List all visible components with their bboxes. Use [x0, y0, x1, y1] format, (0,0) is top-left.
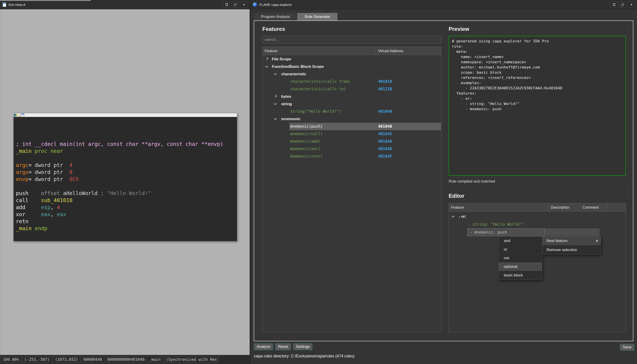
menu-item-basic-block[interactable]: basic block: [499, 271, 542, 280]
float-button[interactable]: [232, 2, 239, 8]
virtual-address[interactable]: 40104D: [378, 145, 392, 153]
column-header-virtual-address[interactable]: Virtual Address: [376, 47, 441, 55]
maximize-button[interactable]: [610, 2, 617, 8]
feature-label: mnemonic(xor): [290, 145, 320, 153]
edit-icon[interactable]: [18, 114, 21, 116]
save-button[interactable]: Save: [620, 344, 634, 350]
code-token: push: [16, 190, 28, 196]
feature-label: mnemonic(push): [290, 123, 323, 130]
code-line[interactable]: ; int __cdecl main(int argc, const char …: [16, 140, 237, 148]
feature-tree-row[interactable]: mnemonic(push)401040: [263, 123, 441, 130]
features-tree: File ScopeFunction/Basic Block Scopechar…: [263, 55, 441, 160]
feature-label: characteristic(calls to): [290, 85, 346, 93]
virtual-address[interactable]: 40121B: [378, 85, 392, 93]
column-header-comment[interactable]: Comment: [580, 204, 607, 211]
code-line[interactable]: [16, 155, 237, 162]
tab-rule-generator[interactable]: Rule Generator: [297, 13, 337, 20]
menu-item-not[interactable]: not: [499, 254, 542, 262]
feature-tree-row[interactable]: characteristic: [263, 70, 441, 78]
code-line[interactable]: argv= dword ptr 8: [16, 169, 237, 176]
editor-row[interactable]: - or:: [449, 212, 626, 220]
feature-tree-row[interactable]: File Scope: [263, 55, 441, 63]
code-line[interactable]: _main endp: [16, 225, 237, 232]
virtual-address[interactable]: 40104F: [378, 153, 392, 160]
float-button[interactable]: [619, 2, 626, 8]
feature-tree-row[interactable]: Function/Basic Block Scope: [263, 63, 441, 70]
search-input[interactable]: [262, 36, 441, 44]
feature-tree-row[interactable]: mnemonic(xor)40104D: [263, 145, 441, 153]
column-header-description[interactable]: Description: [549, 204, 580, 211]
feature-tree-row[interactable]: mnemonic: [263, 115, 441, 123]
menu-item-or[interactable]: or: [499, 245, 542, 254]
code-token: eax: [41, 211, 51, 217]
palette-icon[interactable]: [14, 114, 17, 116]
code-token: ; "Hello World!": [101, 190, 151, 196]
feature-tree-row[interactable]: mnemonic(add)40104A: [263, 138, 441, 145]
chevron-down-icon[interactable]: [265, 65, 268, 68]
code-token: dword ptr: [35, 162, 69, 168]
code-token: ,: [50, 211, 57, 217]
editor-row[interactable]: - string: "Hello World!": [449, 220, 626, 228]
features-table: Feature Virtual Address File ScopeFuncti…: [262, 47, 441, 332]
rule-preview-editor[interactable]: # generated using capa explorer for IDA …: [449, 36, 626, 176]
ida-status-bar: 100.00%(-253,-507)(1073,652)000004400000…: [0, 355, 250, 364]
code-line[interactable]: argc= dword ptr 4: [16, 162, 237, 169]
feature-tree-row[interactable]: string("Hello World!")401040: [263, 108, 441, 115]
column-header-feature[interactable]: Feature: [449, 204, 549, 211]
virtual-address[interactable]: 401045: [378, 130, 392, 138]
code-token: add: [16, 204, 26, 210]
code-token: [26, 204, 41, 210]
column-header-feature[interactable]: Feature: [263, 47, 376, 55]
chevron-down-icon[interactable]: [274, 117, 277, 120]
close-button[interactable]: X: [240, 2, 247, 8]
code-token: _main: [16, 148, 32, 154]
views-icon[interactable]: [21, 114, 24, 116]
code-line[interactable]: add esp, 4: [16, 204, 237, 211]
capa-titlebar[interactable]: FLARE capa explorer X: [251, 0, 637, 9]
code-line[interactable]: _main proc near: [16, 148, 237, 155]
disassembly-listing[interactable]: ; int __cdecl main(int argc, const char …: [14, 117, 237, 241]
close-icon: X: [243, 3, 245, 6]
virtual-address[interactable]: 401040: [378, 108, 392, 115]
close-button[interactable]: X: [628, 2, 635, 8]
virtual-address[interactable]: 401040: [378, 123, 392, 130]
menu-item-and[interactable]: and: [499, 236, 542, 245]
code-token: dword ptr: [35, 169, 69, 175]
chevron-right-icon[interactable]: [274, 94, 277, 98]
chevron-down-icon[interactable]: [274, 72, 277, 75]
tab-program-analysis[interactable]: Program Analysis: [254, 13, 297, 20]
ida-titlebar[interactable]: IDA View-A X: [0, 0, 250, 9]
code-token: [28, 197, 41, 203]
settings-button[interactable]: Settings: [293, 343, 312, 350]
code-line[interactable]: push offset aHelloWorld ; "Hello World!": [16, 190, 237, 197]
code-token: offset: [41, 190, 63, 196]
ida-window-controls: X: [223, 2, 247, 8]
maximize-button[interactable]: [223, 2, 230, 8]
chevron-right-icon[interactable]: [265, 57, 268, 60]
feature-tree-row[interactable]: mnemonic(retn)40104F: [263, 153, 441, 160]
feature-group-label: File Scope: [272, 55, 291, 63]
virtual-address[interactable]: 40104A: [378, 138, 392, 145]
editor-row[interactable]: - mnemonic: push: [449, 228, 626, 236]
virtual-address[interactable]: 401010: [378, 78, 392, 85]
menu-item-remove-selection[interactable]: Remove selection: [543, 246, 601, 254]
rule-status-text: Rule compiled and matched: [449, 179, 495, 184]
feature-tree-row[interactable]: characteristic(calls to)40121B: [263, 85, 441, 93]
menu-item-nest-feature[interactable]: Nest feature: [543, 236, 601, 246]
code-line[interactable]: call sub_401010: [16, 197, 237, 204]
feature-tree-row[interactable]: mnemonic(call)401045: [263, 130, 441, 138]
menu-item-optional[interactable]: optional: [499, 262, 542, 271]
feature-tree-row[interactable]: bytes: [263, 93, 441, 100]
code-line[interactable]: [16, 183, 237, 190]
code-line[interactable]: xor eax, eax: [16, 211, 237, 218]
feature-tree-row[interactable]: characteristic(calls from)401010: [263, 78, 441, 85]
code-line[interactable]: envp= dword ptr 0Ch: [16, 176, 237, 183]
chevron-down-icon[interactable]: [452, 214, 454, 218]
reset-button[interactable]: Reset: [275, 343, 291, 350]
code-line[interactable]: retn: [16, 218, 237, 225]
analyze-button[interactable]: Analyze: [254, 343, 273, 350]
disassembly-window[interactable]: ; int __cdecl main(int argc, const char …: [14, 113, 237, 241]
feature-tree-row[interactable]: string: [263, 100, 441, 108]
chevron-down-icon[interactable]: [274, 102, 277, 105]
column-header-filler: [607, 204, 626, 211]
